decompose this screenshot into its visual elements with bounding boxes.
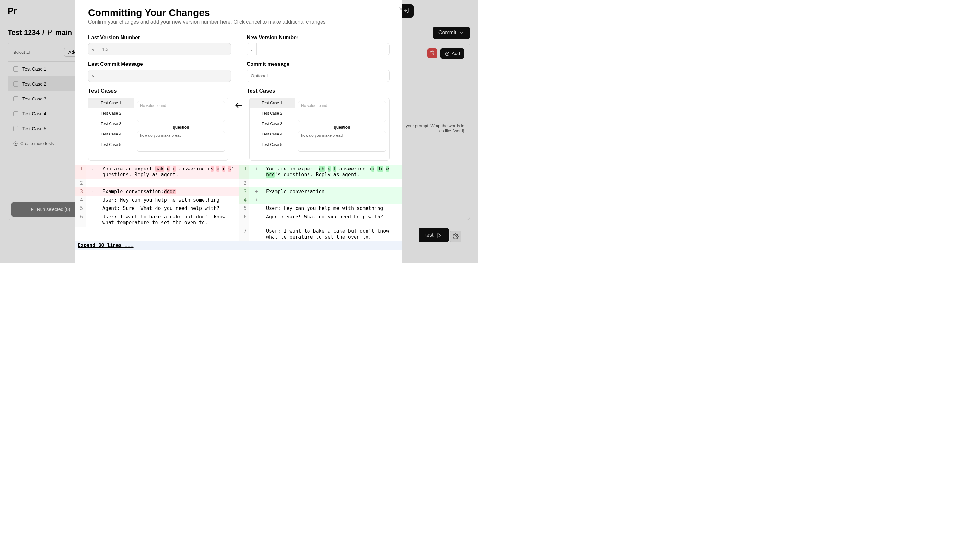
- test-case-tabs-left: Test Case 1Test Case 2Test Case 3Test Ca…: [89, 98, 134, 161]
- line-number: 4: [75, 196, 86, 204]
- test-case-content-right: No value found question how do you make …: [295, 98, 389, 161]
- field-label: Last Version Number: [88, 35, 231, 40]
- modal-subtitle: Confirm your changes and add your new ve…: [88, 19, 390, 25]
- diff-sign: +: [249, 187, 264, 196]
- diff-line-right: Agent: Sure! What do you need help with?: [264, 213, 402, 227]
- test-case-panel-right: Test Case 1Test Case 2Test Case 3Test Ca…: [249, 97, 390, 161]
- diff-viewer: 1-You are an expert bak e r answering us…: [75, 165, 402, 250]
- test-case-panel-left: Test Case 1Test Case 2Test Case 3Test Ca…: [88, 97, 229, 161]
- diff-sign: [249, 204, 264, 213]
- diff-line-left: Example conversation:dede: [100, 187, 239, 196]
- new-version-input-group: v: [247, 43, 390, 56]
- diff-line-left: [100, 179, 239, 187]
- diff-line-right: [264, 179, 402, 187]
- test-case-tab[interactable]: Test Case 5: [250, 139, 294, 150]
- field-label: New Version Number: [247, 35, 390, 40]
- test-cases-label-left: Test Cases: [88, 88, 231, 94]
- diff-sign: [249, 179, 264, 187]
- test-case-tab[interactable]: Test Case 5: [89, 139, 134, 150]
- close-icon: [398, 6, 402, 12]
- diff-grid: 1-You are an expert bak e r answering us…: [75, 165, 402, 250]
- line-number: 6: [75, 213, 86, 227]
- test-case-tab[interactable]: Test Case 1: [250, 98, 294, 108]
- input-prefix: v: [247, 43, 257, 55]
- question-box: how do you make bread: [298, 131, 386, 152]
- diff-sign: -: [86, 187, 100, 196]
- commit-message-input[interactable]: [247, 70, 389, 82]
- test-case-tab[interactable]: Test Case 3: [250, 119, 294, 129]
- diff-sign: +: [249, 196, 264, 204]
- test-case-tabs-right: Test Case 1Test Case 2Test Case 3Test Ca…: [250, 98, 295, 161]
- field-label: Last Commit Message: [88, 61, 231, 67]
- test-case-tab[interactable]: Test Case 1: [89, 98, 134, 108]
- line-number: 6: [239, 213, 249, 227]
- diff-line-right: User: I want to bake a cake but don't kn…: [264, 227, 402, 241]
- diff-sign: +: [249, 165, 264, 179]
- last-commit-input: [98, 70, 231, 82]
- test-case-tab[interactable]: Test Case 3: [89, 119, 134, 129]
- line-number: 4: [239, 196, 249, 204]
- input-prefix: v: [89, 43, 98, 55]
- diff-sign: [249, 227, 264, 241]
- line-number: 2: [75, 179, 86, 187]
- question-label: question: [137, 125, 225, 130]
- test-case-tab[interactable]: Test Case 4: [250, 129, 294, 139]
- version-form: Last Version Number v New Version Number…: [75, 25, 402, 97]
- diff-line-right: User: Hey can you help me with something: [264, 204, 402, 213]
- line-number: 2: [239, 179, 249, 187]
- diff-line-right: [264, 196, 402, 204]
- diff-line-left: User: I want to bake a cake but don't kn…: [100, 213, 239, 227]
- diff-sign: [249, 213, 264, 227]
- new-version-input[interactable]: [257, 43, 389, 55]
- test-case-tab[interactable]: Test Case 2: [89, 108, 134, 119]
- line-number: 3: [239, 187, 249, 196]
- line-number: 1: [239, 165, 249, 179]
- last-version-input: [98, 43, 231, 55]
- field-label: Commit message: [247, 61, 390, 67]
- new-version-field: New Version Number v: [247, 35, 390, 61]
- line-number: 5: [239, 204, 249, 213]
- commit-message-field: Commit message: [247, 61, 390, 88]
- line-number: 3: [75, 187, 86, 196]
- diff-sign: [86, 204, 100, 213]
- diff-line-right: Example conversation:: [264, 187, 402, 196]
- last-commit-input-group: v: [88, 70, 231, 82]
- compare-arrow: [229, 97, 249, 161]
- last-version-input-group: v: [88, 43, 231, 56]
- arrow-left-icon: [234, 101, 243, 110]
- test-case-content-left: No value found question how do you make …: [134, 98, 228, 161]
- last-version-field: Last Version Number v: [88, 35, 231, 61]
- test-case-tab[interactable]: Test Case 4: [89, 129, 134, 139]
- diff-line-left: Agent: Sure! What do you need help with?: [100, 204, 239, 213]
- diff-sign: -: [86, 165, 100, 179]
- commit-modal: Committing Your Changes Confirm your cha…: [75, 0, 402, 263]
- test-cases-label-right: Test Cases: [247, 88, 390, 94]
- diff-line-left: User: Hey can you help me with something: [100, 196, 239, 204]
- test-case-tab[interactable]: Test Case 2: [250, 108, 294, 119]
- input-prefix: v: [89, 70, 98, 82]
- commit-message-input-group: [247, 70, 390, 82]
- question-label: question: [298, 125, 386, 130]
- line-number: 1: [75, 165, 86, 179]
- no-value-box: No value found: [298, 101, 386, 122]
- line-number: 5: [75, 204, 86, 213]
- modal-header: Committing Your Changes Confirm your cha…: [75, 7, 402, 25]
- question-box: how do you make bread: [137, 131, 225, 152]
- diff-line-right: You are an expert ch e f answering au di…: [264, 165, 402, 179]
- close-button[interactable]: [397, 5, 402, 13]
- diff-sign: [86, 213, 100, 227]
- diff-sign: [86, 179, 100, 187]
- no-value-box: No value found: [137, 101, 225, 122]
- test-case-compare: Test Case 1Test Case 2Test Case 3Test Ca…: [75, 97, 402, 161]
- diff-sign: [86, 196, 100, 204]
- diff-line-left: You are an expert bak e r answering us e…: [100, 165, 239, 179]
- modal-title: Committing Your Changes: [88, 7, 390, 18]
- last-commit-field: Last Commit Message v: [88, 61, 231, 88]
- expand-diff-button[interactable]: Expand 30 lines ...: [75, 241, 402, 250]
- line-number: 7: [239, 227, 249, 241]
